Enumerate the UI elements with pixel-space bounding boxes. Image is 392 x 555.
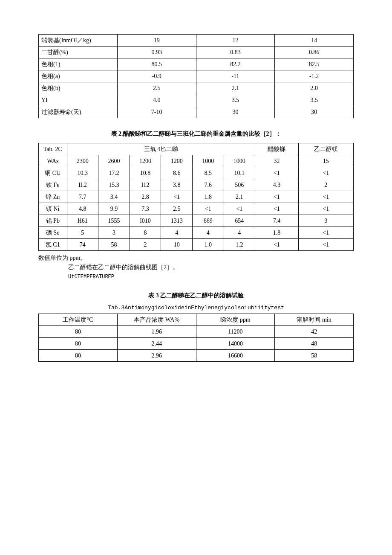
cell: I12 — [130, 179, 161, 191]
cell: 10.3 — [67, 167, 98, 179]
cell: 7.4 — [255, 215, 298, 227]
cell: <1 — [224, 203, 255, 215]
header-cell: 溶解时间 min — [275, 314, 354, 326]
cell: 19 — [117, 35, 196, 46]
cell: 14000 — [196, 338, 275, 350]
row-label: 铅 Pb — [39, 215, 67, 227]
cell: 4 — [192, 227, 224, 239]
temperature-label: UtCTEMPERATUREP — [68, 274, 354, 280]
cell: 15 — [298, 155, 353, 167]
table-row: 镇 Ni 4.8 9.9 7.3 2.5 <1 <1 <1 <1 — [39, 203, 354, 215]
row-label: 色相(b) — [39, 82, 118, 94]
cell: 11200 — [196, 326, 275, 338]
row-label: 色相(1) — [39, 58, 118, 70]
cell: 1200 — [161, 155, 193, 167]
cell: 3 — [298, 215, 353, 227]
table-row: 色相(a) -0.9 -11 -1.2 — [39, 70, 354, 82]
cell: 2.0 — [275, 82, 354, 94]
table-row: 氯 C1 74 58 2 10 1.0 1.2 <1 <1 — [39, 239, 354, 251]
table-solubility: 工作温度°C 本产品浓度 WA% 睇浓度 ppm 溶解时间 min 80 1.9… — [38, 314, 354, 362]
cell: 58 — [98, 239, 130, 251]
row-label: WAs — [39, 155, 67, 167]
table-row: 80 1.96 11200 42 — [39, 326, 354, 338]
row-label: 二甘醇(%) — [39, 46, 118, 58]
cell: 1.0 — [192, 239, 224, 251]
cell: 2.1 — [196, 82, 275, 94]
cell: 4.0 — [117, 94, 196, 106]
cell: <1 — [161, 191, 193, 203]
cell: 2 — [298, 179, 353, 191]
row-label: 锌 Zn — [39, 191, 67, 203]
cell: <1 — [298, 239, 353, 251]
table-row: 色相(1) 80.5 82.2 82.5 — [39, 58, 354, 70]
cell: 1555 — [98, 215, 130, 227]
cell: <1 — [298, 167, 353, 179]
row-label: 铁 Fe — [39, 179, 67, 191]
row-label: 过滤器寿命(天) — [39, 106, 118, 118]
table-row: 硒 Se 5 3 8 4 4 4 1.8 <1 — [39, 227, 354, 239]
cell: 1000 — [224, 155, 255, 167]
cell: H61 — [67, 215, 98, 227]
cell: 2 — [130, 239, 161, 251]
cell: 2.5 — [117, 82, 196, 94]
cell: 8.6 — [161, 167, 193, 179]
cell: <1 — [255, 191, 298, 203]
cell: 1.8 — [192, 191, 224, 203]
cell: 15.3 — [98, 179, 130, 191]
table2-title: 表 2.醋酸睇和乙二醇睇与三班化二睇的重金属含量的比较［2］： — [38, 130, 354, 138]
row-label: 镇 Ni — [39, 203, 67, 215]
cell: 0.86 — [275, 46, 354, 58]
table-row: 铜 CU 10.3 17.2 10.8 8.6 8.5 10.1 <1 <1 — [39, 167, 354, 179]
header-cell: 工作温度°C — [39, 314, 118, 326]
cell: 506 — [224, 179, 255, 191]
cell: 8 — [130, 227, 161, 239]
header-span: 三氧 4匕二睇 — [67, 143, 255, 155]
cell: 12 — [196, 35, 275, 46]
cell: 4.8 — [67, 203, 98, 215]
table3-title: 表 3 乙二醇睇在乙二醇中的溶解试验 — [38, 292, 354, 299]
cell: 7.7 — [67, 191, 98, 203]
cell: 3.4 — [98, 191, 130, 203]
cell: <1 — [192, 203, 224, 215]
cell: 1313 — [161, 215, 193, 227]
cell: 2.8 — [130, 191, 161, 203]
cell: 7.3 — [130, 203, 161, 215]
table-header-row: 工作温度°C 本产品浓度 WA% 睇浓度 ppm 溶解时间 min — [39, 314, 354, 326]
cell: 32 — [255, 155, 298, 167]
cell: 58 — [275, 350, 354, 362]
table-row: 色相(b) 2.5 2.1 2.0 — [39, 82, 354, 94]
cell: 80 — [39, 338, 118, 350]
header-cell: 睇浓度 ppm — [196, 314, 275, 326]
cell: 3.5 — [196, 94, 275, 106]
cell: I010 — [130, 215, 161, 227]
cell: 1.96 — [117, 326, 196, 338]
cell: 7-10 — [117, 106, 196, 118]
cell: 7.6 — [192, 179, 224, 191]
table-row: 二甘醇(%) 0.93 0.83 0.86 — [39, 46, 354, 58]
cell: 1.8 — [255, 227, 298, 239]
cell: <1 — [298, 203, 353, 215]
cell: 0.93 — [117, 46, 196, 58]
cell: 2600 — [98, 155, 130, 167]
cell: 80.5 — [117, 58, 196, 70]
header-cell: 醋酸锑 — [255, 143, 298, 155]
row-label: 硒 Se — [39, 227, 67, 239]
cell: 82.5 — [275, 58, 354, 70]
cell: <1 — [298, 227, 353, 239]
cell: 1000 — [192, 155, 224, 167]
cell: 1200 — [130, 155, 161, 167]
curve-caption: 乙二醇锚在乙二醇中的溶解曲线图［2］。 — [68, 264, 354, 271]
header-cell: 本产品浓度 WA% — [117, 314, 196, 326]
table-header-row: Tab. 2C 三氧 4匕二睇 醋酸锑 乙二醇镁 — [39, 143, 354, 155]
cell: 4 — [161, 227, 193, 239]
cell: 10.1 — [224, 167, 255, 179]
cell: 9.9 — [98, 203, 130, 215]
table-row: 铁 Fe II.2 15.3 I12 3.8 7.6 506 4.3 2 — [39, 179, 354, 191]
table-row: 锌 Zn 7.7 3.4 2.8 <1 1.8 2.1 <1 <1 — [39, 191, 354, 203]
table-properties: 端装基(InmOI／kg) 19 12 14 二甘醇(%) 0.93 0.83 … — [38, 34, 354, 118]
table-row: WAs 2300 2600 1200 1200 1000 1000 32 15 — [39, 155, 354, 167]
table-row: 80 2.96 16600 58 — [39, 350, 354, 362]
table-heavy-metal: Tab. 2C 三氧 4匕二睇 醋酸锑 乙二醇镁 WAs 2300 2600 1… — [38, 143, 354, 251]
table-row: 铅 Pb H61 1555 I010 1313 669 654 7.4 3 — [39, 215, 354, 227]
cell: 1.2 — [224, 239, 255, 251]
